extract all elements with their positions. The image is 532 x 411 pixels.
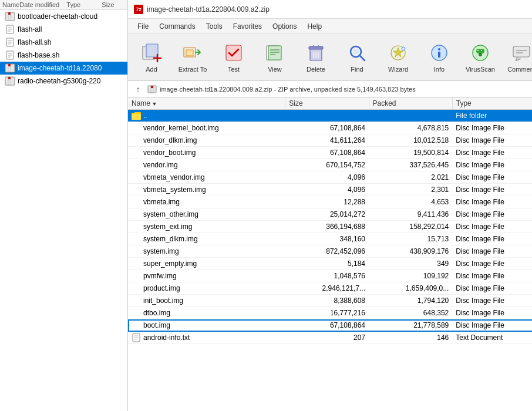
svg-rect-36 bbox=[309, 46, 323, 49]
col-packed[interactable]: Packed bbox=[369, 97, 452, 110]
file-name-text: vendor_boot.img bbox=[143, 149, 196, 157]
file-row-icon bbox=[132, 111, 141, 120]
file-type-cell: Disc Image File bbox=[452, 319, 532, 332]
menu-item-options[interactable]: Options bbox=[268, 21, 301, 32]
col-size[interactable]: Size bbox=[285, 97, 369, 110]
table-row[interactable]: boot.img67,108,86421,778,589Disc Image F… bbox=[128, 319, 532, 332]
wizard-label: Wizard bbox=[388, 66, 408, 73]
left-file-panel: Name Date modified Type Size bootloader-… bbox=[0, 0, 128, 411]
svg-rect-50 bbox=[438, 52, 440, 58]
svg-point-44 bbox=[353, 49, 359, 55]
left-file-name: bootloader-cheetah-cloud bbox=[18, 12, 97, 21]
table-row[interactable]: system_other.img25,014,2729,411,436Disc … bbox=[128, 208, 532, 221]
left-file-name: image-cheetah-td1a.22080 bbox=[18, 64, 102, 72]
left-col-date: Date modified bbox=[19, 1, 66, 8]
test-button[interactable]: Test bbox=[214, 38, 254, 78]
table-row[interactable]: init_boot.img8,388,6081,794,120Disc Imag… bbox=[128, 295, 532, 307]
table-row[interactable]: vendor_boot.img67,108,86419,500,814Disc … bbox=[128, 147, 532, 159]
table-row[interactable]: vendor_dlkm.img41,611,26410,012,518Disc … bbox=[128, 134, 532, 147]
file-name-cell: super_empty.img bbox=[128, 258, 285, 270]
file-name-text: vbmeta_system.img bbox=[143, 186, 206, 194]
table-row[interactable]: system_dlkm.img348,16015,713Disc Image F… bbox=[128, 233, 532, 245]
file-name-cell: vendor.img bbox=[128, 159, 285, 171]
table-row[interactable]: pvmfw.img1,048,576109,192Disc Image File bbox=[128, 270, 532, 282]
file-name-cell: system_other.img bbox=[128, 208, 285, 221]
back-button[interactable]: ↑ bbox=[132, 83, 144, 96]
wizard-button[interactable]: Wizard bbox=[378, 38, 418, 78]
table-row[interactable]: vbmeta_system.img4,0962,301Disc Image Fi… bbox=[128, 184, 532, 196]
left-file-name: flash-all bbox=[18, 25, 42, 33]
extract-to-button[interactable]: Extract To bbox=[173, 38, 213, 78]
left-file-icon bbox=[5, 63, 15, 73]
col-type[interactable]: Type bbox=[452, 97, 532, 110]
table-header-row: Name Size Packed Type bbox=[128, 97, 532, 110]
file-size-cell: 207 bbox=[285, 332, 369, 344]
left-file-item[interactable]: bootloader-cheetah-cloud bbox=[0, 10, 127, 23]
add-button[interactable]: Add bbox=[132, 38, 171, 78]
file-packed-cell: 9,411,436 bbox=[369, 208, 452, 221]
find-icon bbox=[346, 42, 368, 63]
file-size-cell: 670,154,752 bbox=[285, 159, 369, 171]
view-label: View bbox=[268, 66, 282, 73]
delete-button[interactable]: Delete bbox=[296, 38, 336, 78]
info-button[interactable]: Info bbox=[419, 38, 459, 78]
file-row-icon bbox=[132, 234, 141, 244]
menu-item-favorites[interactable]: Favorites bbox=[228, 21, 267, 32]
comment-icon bbox=[511, 42, 532, 63]
file-packed-cell: 438,909,176 bbox=[369, 245, 452, 258]
svg-point-49 bbox=[438, 48, 440, 50]
table-row[interactable]: vbmeta_vendor.img4,0962,021Disc Image Fi… bbox=[128, 171, 532, 184]
menu-item-file[interactable]: File bbox=[133, 21, 153, 32]
file-type-cell: Disc Image File bbox=[452, 122, 532, 134]
file-name-cell: vbmeta_system.img bbox=[128, 184, 285, 196]
file-type-cell: Disc Image File bbox=[452, 147, 532, 159]
table-row[interactable]: vendor_kernel_boot.img67,108,8644,678,81… bbox=[128, 122, 532, 134]
left-file-item[interactable]: image-cheetah-td1a.22080 bbox=[0, 62, 127, 75]
left-file-name: flash-all.sh bbox=[18, 38, 51, 46]
menu-bar: FileCommandsToolsFavoritesOptionsHelp bbox=[128, 19, 532, 34]
left-col-size: Size bbox=[102, 1, 131, 8]
left-file-item[interactable]: flash-all.sh bbox=[0, 36, 127, 49]
table-row[interactable]: vbmeta.img12,2884,653Disc Image File bbox=[128, 196, 532, 208]
menu-item-help[interactable]: Help bbox=[302, 21, 326, 32]
file-packed-cell: 21,778,589 bbox=[369, 319, 452, 332]
file-size-cell: 25,014,272 bbox=[285, 208, 369, 221]
find-button[interactable]: Find bbox=[337, 38, 377, 78]
file-packed-cell: 15,713 bbox=[369, 233, 452, 245]
file-name-text: dtbo.img bbox=[143, 309, 170, 317]
info-label: Info bbox=[434, 66, 445, 73]
info-icon bbox=[429, 42, 450, 63]
virusscan-button[interactable]: VirusScan bbox=[460, 38, 500, 78]
extract-to-icon bbox=[182, 42, 203, 63]
file-table-container[interactable]: Name Size Packed Type ..File foldervendo… bbox=[128, 97, 532, 411]
app-icon: 7z bbox=[134, 5, 143, 14]
file-name-cell: .. bbox=[128, 110, 285, 122]
left-file-icon bbox=[5, 38, 15, 47]
comment-label: Comment bbox=[507, 66, 532, 73]
file-name-text: system_dlkm.img bbox=[143, 235, 198, 243]
table-row[interactable]: system.img872,452,096438,909,176Disc Ima… bbox=[128, 245, 532, 258]
table-row[interactable]: android-info.txt207146Text Document bbox=[128, 332, 532, 344]
left-file-item[interactable]: flash-base.sh bbox=[0, 49, 127, 62]
svg-point-56 bbox=[481, 50, 482, 51]
file-packed-cell: 337,526,445 bbox=[369, 159, 452, 171]
file-name-text: vendor_dlkm.img bbox=[143, 136, 197, 144]
menu-item-commands[interactable]: Commands bbox=[154, 21, 200, 32]
svg-rect-31 bbox=[268, 46, 281, 60]
table-row[interactable]: vendor.img670,154,752337,526,445Disc Ima… bbox=[128, 159, 532, 171]
table-row[interactable]: ..File folder bbox=[128, 110, 532, 122]
file-size-cell: 348,160 bbox=[285, 233, 369, 245]
left-file-item[interactable]: flash-all bbox=[0, 23, 127, 36]
table-row[interactable]: super_empty.img5,184349Disc Image File bbox=[128, 258, 532, 270]
col-name[interactable]: Name bbox=[128, 97, 285, 110]
left-file-item[interactable]: radio-cheetah-g5300g-220 bbox=[0, 75, 127, 87]
comment-button[interactable]: Comment bbox=[501, 38, 532, 78]
view-button[interactable]: View bbox=[255, 38, 295, 78]
menu-item-tools[interactable]: Tools bbox=[201, 21, 227, 32]
table-row[interactable]: system_ext.img366,194,688158,292,014Disc… bbox=[128, 221, 532, 233]
table-row[interactable]: dtbo.img16,777,216648,352Disc Image File bbox=[128, 307, 532, 319]
file-row-icon bbox=[132, 148, 141, 157]
table-row[interactable]: product.img2,946,121,7...1,659,409,0...D… bbox=[128, 282, 532, 295]
file-type-cell: Disc Image File bbox=[452, 245, 532, 258]
file-name-cell: product.img bbox=[128, 282, 285, 295]
